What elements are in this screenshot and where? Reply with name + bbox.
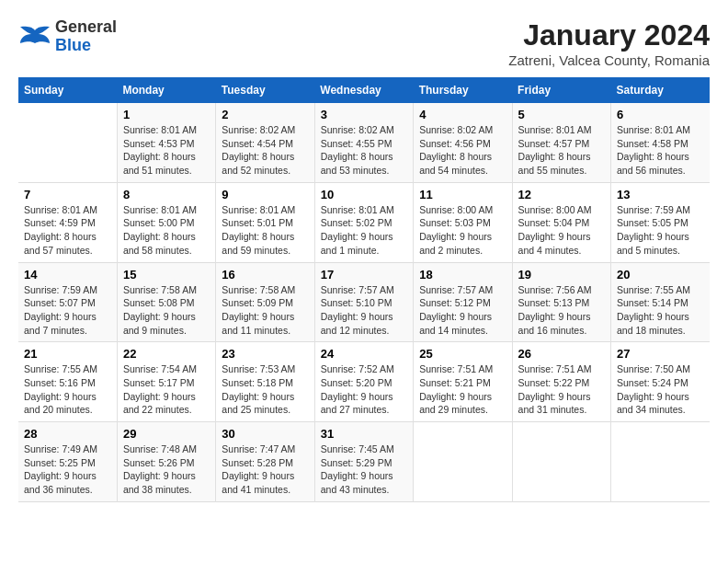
day-info: Sunrise: 7:51 AMSunset: 5:22 PMDaylight:…: [518, 362, 605, 417]
logo-icon: [18, 23, 51, 51]
day-number: 23: [222, 347, 308, 361]
day-info: Sunrise: 7:58 AMSunset: 5:09 PMDaylight:…: [222, 283, 308, 338]
day-info: Sunrise: 7:55 AMSunset: 5:14 PMDaylight:…: [617, 283, 704, 338]
calendar-cell: 18Sunrise: 7:57 AMSunset: 5:12 PMDayligh…: [414, 262, 512, 342]
day-number: 26: [518, 347, 605, 361]
calendar-cell: 4Sunrise: 8:02 AMSunset: 4:56 PMDaylight…: [414, 103, 512, 182]
day-info: Sunrise: 7:54 AMSunset: 5:17 PMDaylight:…: [123, 362, 210, 417]
calendar-cell: [18, 103, 117, 182]
calendar-cell: [512, 422, 610, 502]
calendar-week-row: 21Sunrise: 7:55 AMSunset: 5:16 PMDayligh…: [18, 342, 710, 422]
header-day-tuesday: Tuesday: [216, 77, 314, 103]
day-number: 30: [222, 427, 308, 441]
day-number: 7: [24, 188, 111, 201]
day-number: 1: [123, 108, 210, 121]
calendar-cell: 2Sunrise: 8:02 AMSunset: 4:54 PMDaylight…: [216, 103, 314, 182]
day-info: Sunrise: 7:47 AMSunset: 5:28 PMDaylight:…: [222, 442, 308, 497]
calendar-cell: [414, 422, 512, 502]
calendar-cell: 30Sunrise: 7:47 AMSunset: 5:28 PMDayligh…: [216, 422, 314, 502]
calendar-cell: 8Sunrise: 8:01 AMSunset: 5:00 PMDaylight…: [117, 182, 215, 262]
day-info: Sunrise: 7:53 AMSunset: 5:18 PMDaylight:…: [222, 362, 308, 417]
day-info: Sunrise: 8:00 AMSunset: 5:03 PMDaylight:…: [419, 203, 506, 258]
day-number: 29: [123, 427, 210, 441]
calendar-cell: 15Sunrise: 7:58 AMSunset: 5:08 PMDayligh…: [117, 262, 215, 342]
calendar-week-row: 7Sunrise: 8:01 AMSunset: 4:59 PMDaylight…: [18, 182, 710, 262]
day-info: Sunrise: 8:01 AMSunset: 4:59 PMDaylight:…: [24, 203, 111, 258]
calendar-subtitle: Zatreni, Valcea County, Romania: [508, 52, 710, 68]
calendar-cell: 12Sunrise: 8:00 AMSunset: 5:04 PMDayligh…: [512, 182, 610, 262]
day-info: Sunrise: 8:02 AMSunset: 4:54 PMDaylight:…: [222, 123, 308, 178]
day-number: 9: [222, 188, 308, 201]
day-info: Sunrise: 7:52 AMSunset: 5:20 PMDaylight:…: [321, 362, 407, 417]
calendar-cell: 29Sunrise: 7:48 AMSunset: 5:26 PMDayligh…: [117, 422, 215, 502]
logo-text: General Blue: [55, 18, 117, 55]
calendar-cell: 14Sunrise: 7:59 AMSunset: 5:07 PMDayligh…: [18, 262, 117, 342]
day-info: Sunrise: 7:59 AMSunset: 5:07 PMDaylight:…: [24, 283, 111, 338]
day-info: Sunrise: 7:50 AMSunset: 5:24 PMDaylight:…: [617, 362, 704, 417]
day-number: 17: [321, 268, 407, 282]
day-number: 3: [321, 108, 407, 121]
calendar-cell: 3Sunrise: 8:02 AMSunset: 4:55 PMDaylight…: [314, 103, 413, 182]
calendar-cell: 26Sunrise: 7:51 AMSunset: 5:22 PMDayligh…: [512, 342, 610, 422]
day-number: 19: [518, 268, 605, 282]
calendar-cell: 16Sunrise: 7:58 AMSunset: 5:09 PMDayligh…: [216, 262, 314, 342]
day-info: Sunrise: 7:55 AMSunset: 5:16 PMDaylight:…: [24, 362, 111, 417]
day-number: 18: [419, 268, 506, 282]
day-number: 11: [419, 188, 506, 201]
day-info: Sunrise: 7:49 AMSunset: 5:25 PMDaylight:…: [24, 442, 111, 497]
calendar-title: January 2024: [508, 18, 710, 52]
day-info: Sunrise: 8:02 AMSunset: 4:55 PMDaylight:…: [321, 123, 407, 178]
header-day-saturday: Saturday: [611, 77, 710, 103]
calendar-table: SundayMondayTuesdayWednesdayThursdayFrid…: [18, 77, 710, 502]
calendar-week-row: 1Sunrise: 8:01 AMSunset: 4:53 PMDaylight…: [18, 103, 710, 182]
logo: General Blue: [18, 18, 117, 55]
day-info: Sunrise: 8:02 AMSunset: 4:56 PMDaylight:…: [419, 123, 506, 178]
day-number: 13: [617, 188, 704, 201]
day-number: 15: [123, 268, 210, 282]
day-number: 24: [321, 347, 407, 361]
day-info: Sunrise: 8:01 AMSunset: 4:58 PMDaylight:…: [617, 123, 704, 178]
day-info: Sunrise: 7:48 AMSunset: 5:26 PMDaylight:…: [123, 442, 210, 497]
day-number: 25: [419, 347, 506, 361]
calendar-cell: 13Sunrise: 7:59 AMSunset: 5:05 PMDayligh…: [611, 182, 710, 262]
day-info: Sunrise: 8:01 AMSunset: 5:00 PMDaylight:…: [123, 203, 210, 258]
day-number: 4: [419, 108, 506, 121]
calendar-cell: 11Sunrise: 8:00 AMSunset: 5:03 PMDayligh…: [414, 182, 512, 262]
header-day-sunday: Sunday: [18, 77, 117, 103]
day-info: Sunrise: 8:01 AMSunset: 4:53 PMDaylight:…: [123, 123, 210, 178]
calendar-cell: 23Sunrise: 7:53 AMSunset: 5:18 PMDayligh…: [216, 342, 314, 422]
day-info: Sunrise: 7:45 AMSunset: 5:29 PMDaylight:…: [321, 442, 407, 497]
calendar-week-row: 28Sunrise: 7:49 AMSunset: 5:25 PMDayligh…: [18, 422, 710, 502]
title-area: January 2024 Zatreni, Valcea County, Rom…: [508, 18, 710, 68]
calendar-cell: 31Sunrise: 7:45 AMSunset: 5:29 PMDayligh…: [314, 422, 413, 502]
header-day-wednesday: Wednesday: [314, 77, 413, 103]
calendar-cell: 21Sunrise: 7:55 AMSunset: 5:16 PMDayligh…: [18, 342, 117, 422]
day-number: 14: [24, 268, 111, 282]
day-info: Sunrise: 8:01 AMSunset: 5:02 PMDaylight:…: [321, 203, 407, 258]
day-info: Sunrise: 7:51 AMSunset: 5:21 PMDaylight:…: [419, 362, 506, 417]
calendar-week-row: 14Sunrise: 7:59 AMSunset: 5:07 PMDayligh…: [18, 262, 710, 342]
header: General Blue January 2024 Zatreni, Valce…: [18, 18, 710, 68]
calendar-cell: 9Sunrise: 8:01 AMSunset: 5:01 PMDaylight…: [216, 182, 314, 262]
calendar-cell: 17Sunrise: 7:57 AMSunset: 5:10 PMDayligh…: [314, 262, 413, 342]
day-info: Sunrise: 8:01 AMSunset: 5:01 PMDaylight:…: [222, 203, 308, 258]
calendar-cell: 24Sunrise: 7:52 AMSunset: 5:20 PMDayligh…: [314, 342, 413, 422]
calendar-cell: 6Sunrise: 8:01 AMSunset: 4:58 PMDaylight…: [611, 103, 710, 182]
day-number: 2: [222, 108, 308, 121]
header-day-thursday: Thursday: [414, 77, 512, 103]
day-info: Sunrise: 7:56 AMSunset: 5:13 PMDaylight:…: [518, 283, 605, 338]
day-number: 16: [222, 268, 308, 282]
calendar-cell: 1Sunrise: 8:01 AMSunset: 4:53 PMDaylight…: [117, 103, 215, 182]
day-info: Sunrise: 8:01 AMSunset: 4:57 PMDaylight:…: [518, 123, 605, 178]
header-day-monday: Monday: [117, 77, 215, 103]
day-number: 5: [518, 108, 605, 121]
day-number: 31: [321, 427, 407, 441]
day-info: Sunrise: 7:58 AMSunset: 5:08 PMDaylight:…: [123, 283, 210, 338]
day-info: Sunrise: 7:57 AMSunset: 5:10 PMDaylight:…: [321, 283, 407, 338]
day-number: 27: [617, 347, 704, 361]
day-number: 22: [123, 347, 210, 361]
calendar-cell: [611, 422, 710, 502]
calendar-cell: 28Sunrise: 7:49 AMSunset: 5:25 PMDayligh…: [18, 422, 117, 502]
calendar-cell: 27Sunrise: 7:50 AMSunset: 5:24 PMDayligh…: [611, 342, 710, 422]
day-number: 28: [24, 427, 111, 441]
